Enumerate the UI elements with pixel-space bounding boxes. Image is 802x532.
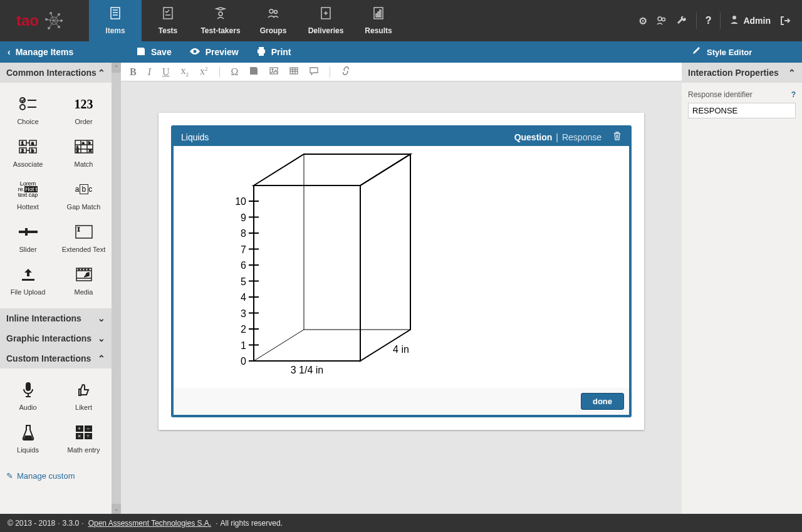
done-button[interactable]: done bbox=[581, 393, 624, 410]
associate-icon: 1a2b bbox=[19, 138, 38, 155]
svg-rect-27 bbox=[380, 10, 381, 17]
wrench-icon[interactable] bbox=[676, 15, 687, 26]
print-button[interactable]: Print bbox=[256, 46, 291, 58]
tool-hottext[interactable]: Loremre.Hot ttext cap Hottext bbox=[0, 174, 56, 217]
hottext-icon: Loremre.Hot ttext cap bbox=[18, 180, 38, 198]
graphic-interactions-header[interactable]: Graphic Interactions ⌄ bbox=[0, 328, 112, 348]
tool-label: Order bbox=[75, 118, 92, 125]
nav-testtakers-tab[interactable]: Test-takers bbox=[194, 0, 247, 41]
svg-line-90 bbox=[254, 330, 304, 361]
tool-gapmatch[interactable]: abc Gap Match bbox=[56, 174, 112, 217]
omega-button[interactable]: Ω bbox=[229, 65, 241, 79]
link-icon[interactable] bbox=[339, 65, 353, 79]
nav-results-tab[interactable]: Results bbox=[352, 0, 405, 41]
tool-liquids[interactable]: Liquids bbox=[0, 417, 56, 460]
interaction-properties-header[interactable]: Interaction Properties ⌃ bbox=[682, 63, 802, 83]
admin-label: Admin bbox=[743, 16, 771, 26]
inline-interactions-header[interactable]: Inline Interactions ⌄ bbox=[0, 308, 112, 328]
authoring-canvas: B I U x2 x2 Ω Liquids Que bbox=[121, 63, 682, 514]
tool-audio[interactable]: Audio bbox=[0, 375, 56, 417]
question-mode-button[interactable]: Question bbox=[514, 132, 553, 142]
interaction-header: Liquids Question | Response bbox=[174, 128, 629, 146]
svg-text:10: 10 bbox=[235, 196, 246, 207]
subscript-button[interactable]: x2 bbox=[179, 64, 192, 79]
company-link[interactable]: Open Assessment Technologies S.A. bbox=[88, 519, 212, 528]
tool-order[interactable]: 123 Order bbox=[56, 89, 112, 132]
scroll-down-icon[interactable]: ⌄ bbox=[112, 504, 121, 514]
nav-tests-tab[interactable]: Tests bbox=[142, 0, 194, 41]
left-scrollbar[interactable]: ⌃ ⌄ bbox=[112, 63, 121, 514]
svg-text:4: 4 bbox=[241, 292, 246, 303]
help-icon[interactable]: ? bbox=[706, 15, 712, 26]
tool-label: Liquids bbox=[17, 446, 39, 454]
logout-icon[interactable] bbox=[779, 15, 791, 26]
tool-slider[interactable]: Slider bbox=[0, 217, 56, 259]
bold-button[interactable]: B bbox=[127, 65, 139, 79]
delete-icon[interactable] bbox=[613, 131, 622, 143]
tool-fileupload[interactable]: File Upload bbox=[0, 259, 56, 302]
manage-items-button[interactable]: ‹ Manage Items bbox=[0, 41, 121, 63]
response-mode-button[interactable]: Response bbox=[562, 132, 602, 142]
sub-toolbar: ‹ Manage Items Save Preview Print Style … bbox=[0, 41, 802, 63]
svg-text:×: × bbox=[78, 433, 81, 439]
svg-text:+: + bbox=[78, 425, 81, 432]
svg-text:9: 9 bbox=[241, 212, 246, 223]
chevron-down-icon: ⌄ bbox=[98, 333, 105, 343]
nav-items-tab[interactable]: Items bbox=[89, 0, 142, 41]
comment-icon[interactable] bbox=[307, 65, 321, 79]
underline-button[interactable]: U bbox=[160, 65, 172, 79]
tool-likert[interactable]: Likert bbox=[56, 375, 112, 417]
style-editor-button[interactable]: Style Editor bbox=[683, 41, 802, 63]
svg-point-67 bbox=[81, 269, 83, 270]
users-icon[interactable] bbox=[656, 15, 667, 26]
choice-icon bbox=[19, 95, 38, 113]
tool-mathentry[interactable]: +−×÷ Math entry bbox=[56, 417, 112, 460]
item-card[interactable]: Liquids Question | Response bbox=[159, 113, 644, 430]
svg-rect-26 bbox=[378, 12, 379, 17]
settings-icon[interactable]: ⚙ bbox=[638, 15, 647, 27]
svg-text:3: 3 bbox=[241, 308, 246, 319]
nav-label: Tests bbox=[159, 26, 177, 35]
separator bbox=[696, 13, 697, 29]
mathentry-icon: +−×÷ bbox=[76, 424, 92, 441]
save-icon[interactable] bbox=[247, 65, 261, 79]
tool-associate[interactable]: 1a2b Associate bbox=[0, 132, 56, 174]
italic-button[interactable]: I bbox=[145, 65, 154, 79]
superscript-button[interactable]: x2 bbox=[197, 65, 211, 78]
svg-text:a: a bbox=[31, 141, 34, 145]
common-interactions-header[interactable]: Common Interactions ⌃ bbox=[0, 63, 112, 83]
response-id-label-row: Response identifier ? bbox=[688, 90, 796, 99]
manage-custom-link[interactable]: ✎ Manage custom bbox=[0, 466, 112, 486]
tool-media[interactable]: Media bbox=[56, 259, 112, 302]
order-icon: 123 bbox=[75, 95, 93, 113]
print-icon bbox=[256, 46, 266, 58]
custom-interactions-header[interactable]: Custom Interactions ⌃ bbox=[0, 348, 112, 368]
scroll-up-icon[interactable]: ⌃ bbox=[112, 63, 121, 73]
pencil-icon: ✎ bbox=[6, 471, 13, 481]
interaction-body[interactable]: 10 9 8 7 6 5 4 3 2 1 bbox=[174, 146, 629, 388]
svg-text:7: 7 bbox=[241, 244, 246, 255]
image-icon[interactable] bbox=[267, 65, 281, 79]
svg-rect-18 bbox=[164, 8, 172, 19]
app-logo[interactable]: tao bbox=[0, 0, 89, 41]
admin-menu[interactable]: Admin bbox=[729, 14, 771, 27]
tool-extendedtext[interactable]: I Extended Text bbox=[56, 217, 112, 259]
save-button[interactable]: Save bbox=[136, 46, 172, 58]
tool-match[interactable]: ab12✕ Match bbox=[56, 132, 112, 174]
nav-label: Results bbox=[365, 26, 392, 35]
svg-rect-83 bbox=[290, 68, 298, 74]
response-id-input[interactable] bbox=[688, 103, 796, 118]
preview-button[interactable]: Preview bbox=[189, 46, 239, 58]
tool-label: Gap Match bbox=[67, 203, 101, 211]
nav-deliveries-tab[interactable]: Deliveries bbox=[299, 0, 352, 41]
nav-label: Test-takers bbox=[200, 26, 240, 35]
nav-groups-tab[interactable]: Groups bbox=[247, 0, 299, 41]
extendedtext-icon: I bbox=[75, 223, 93, 241]
svg-text:0: 0 bbox=[241, 356, 246, 367]
help-icon[interactable]: ? bbox=[791, 90, 796, 99]
table-icon[interactable] bbox=[287, 65, 301, 79]
tool-choice[interactable]: Choice bbox=[0, 89, 56, 132]
save-label: Save bbox=[151, 47, 172, 57]
depth-label: 4 in bbox=[393, 344, 409, 355]
manage-custom-label: Manage custom bbox=[17, 471, 75, 481]
